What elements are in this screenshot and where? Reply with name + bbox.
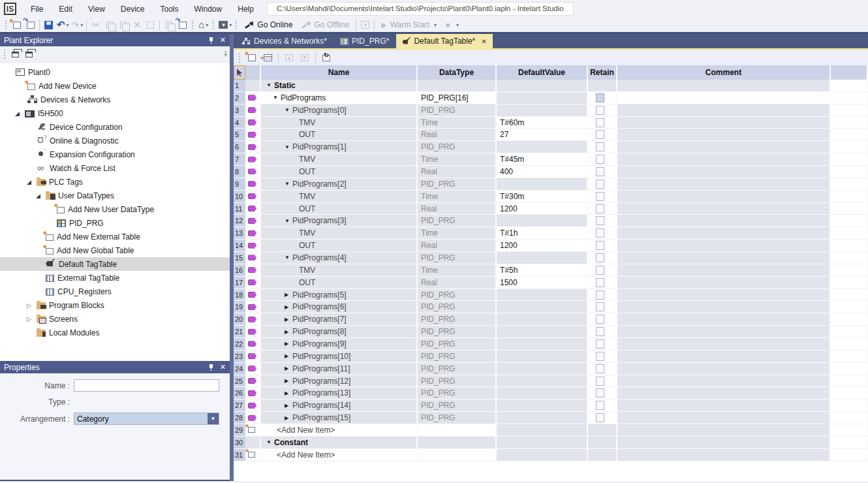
retain-checkbox[interactable] [596, 253, 604, 262]
name-cell[interactable]: ▶PidPrograms[5] [261, 289, 418, 302]
comment-cell[interactable] [617, 375, 831, 388]
datatype-cell[interactable]: PID_PRG [418, 363, 497, 375]
row-number[interactable]: 20 [234, 313, 245, 326]
expander-icon[interactable]: ▶ [285, 353, 292, 359]
expand-all-button[interactable] [22, 48, 36, 61]
expander-icon[interactable]: ▶ [285, 341, 292, 347]
row-number[interactable]: 11 [234, 203, 245, 215]
name-cell[interactable]: ▶PidPrograms[10] [261, 351, 418, 363]
retain-checkbox[interactable] [596, 339, 604, 349]
tree-item-add-new-external-table[interactable]: Add New External Table [0, 230, 230, 243]
comment-cell[interactable] [617, 227, 831, 240]
datatype-cell[interactable] [418, 449, 497, 461]
defaultvalue-cell[interactable]: T#30m [497, 191, 588, 203]
tree-item-add-new-global-table[interactable]: Add New Global Table [0, 243, 230, 257]
defaultvalue-cell[interactable] [497, 80, 588, 92]
name-cell[interactable]: OUT [261, 129, 418, 141]
datatype-cell[interactable]: Real [418, 203, 497, 215]
row-number[interactable]: 13 [234, 227, 245, 240]
retain-checkbox[interactable] [596, 377, 604, 386]
tree-item-add-new-user-datatype[interactable]: Add New User DataType [0, 202, 230, 216]
comment-cell[interactable] [617, 215, 831, 227]
datatype-cell[interactable]: PID_PRG [418, 141, 497, 153]
retain-checkbox[interactable] [596, 290, 604, 300]
expander-icon[interactable]: ▶ [285, 292, 292, 298]
datatype-cell[interactable]: PID_PRG[16] [418, 92, 497, 104]
row-number[interactable]: 21 [234, 326, 245, 338]
expander-icon[interactable]: ▷ [27, 302, 31, 309]
defaultvalue-cell[interactable] [497, 399, 588, 412]
retain-column-header[interactable]: Retain [588, 65, 617, 80]
defaultvalue-cell[interactable] [497, 437, 588, 449]
home-dropdown-icon[interactable]: ▾ [206, 22, 208, 28]
datatype-cell[interactable]: PID_PRG [418, 301, 497, 313]
menu-edit[interactable]: Edit [51, 2, 80, 16]
comment-cell[interactable] [617, 412, 831, 424]
expander-icon[interactable]: ▼ [285, 218, 292, 224]
datatype-cell[interactable]: Real [418, 277, 497, 289]
retain-checkbox[interactable] [596, 204, 604, 213]
menu-file[interactable]: File [23, 2, 51, 16]
comment-cell[interactable] [617, 363, 831, 375]
defaultvalue-cell[interactable] [497, 178, 588, 191]
datatype-cell[interactable] [418, 80, 497, 92]
comment-cell[interactable] [617, 191, 831, 203]
undo-dropdown-icon[interactable]: ▾ [67, 22, 69, 28]
expander-icon[interactable]: ▼ [266, 439, 274, 445]
row-number[interactable]: 12 [234, 215, 245, 227]
tree-item-default-tagtable[interactable]: Default TagTable [0, 257, 230, 271]
expander-icon[interactable]: ▷ [27, 316, 31, 322]
retain-checkbox[interactable] [596, 401, 604, 410]
datatype-cell[interactable]: PID_PRG [418, 412, 497, 424]
row-number[interactable]: 16 [234, 264, 245, 277]
comment-cell[interactable] [617, 387, 831, 399]
row-number[interactable]: 28 [234, 412, 245, 424]
pin-icon[interactable] [208, 37, 215, 44]
retain-checkbox[interactable] [596, 388, 604, 397]
name-cell[interactable]: OUT [261, 166, 418, 178]
datatype-cell[interactable]: Real [418, 240, 497, 252]
arrangement-select[interactable]: Category ▼ [74, 413, 219, 425]
name-cell[interactable]: ▶PidPrograms[13] [261, 387, 418, 399]
defaultvalue-cell[interactable]: 1200 [497, 203, 588, 215]
comment-column-header[interactable]: Comment [617, 65, 831, 80]
row-number[interactable]: 2 [234, 92, 245, 104]
defaultvalue-cell[interactable] [497, 92, 588, 104]
row-number[interactable]: 1 [234, 80, 245, 92]
name-cell[interactable]: ▼PidPrograms[4] [261, 252, 418, 264]
menu-help[interactable]: Help [230, 2, 262, 16]
expander-icon[interactable]: ▼ [273, 95, 281, 101]
compile-dropdown-icon[interactable]: ▾ [229, 22, 232, 28]
tree-item-device-configuration[interactable]: Device Configuration [0, 120, 230, 134]
chevron-down-icon[interactable]: ▼ [208, 413, 219, 424]
retain-checkbox[interactable] [596, 142, 604, 151]
name-cell[interactable]: ▼PidPrograms[0] [261, 104, 418, 117]
defaultvalue-cell[interactable] [497, 424, 588, 437]
tab-default-tagtable[interactable]: Default TagTable*✕ [396, 34, 492, 48]
row-number[interactable]: 17 [234, 277, 245, 289]
insert-row-button[interactable] [260, 52, 275, 65]
tree-item-plant0[interactable]: Plant0 [0, 65, 230, 79]
defaultvalue-cell[interactable]: 1200 [497, 240, 588, 252]
comment-cell[interactable] [617, 399, 831, 412]
row-number[interactable]: 10 [234, 191, 245, 203]
close-icon[interactable]: ✕ [220, 36, 226, 44]
datatype-cell[interactable]: PID_PRG [418, 215, 497, 227]
datatype-cell[interactable]: PID_PRG [418, 399, 497, 412]
row-number[interactable]: 9 [234, 178, 245, 191]
name-cell[interactable]: ▶PidPrograms[12] [261, 375, 418, 388]
retain-checkbox[interactable] [596, 302, 604, 311]
tree-item-i5h500[interactable]: ◢I5H500 [0, 106, 230, 120]
retain-checkbox[interactable] [596, 167, 604, 176]
comment-cell[interactable] [617, 80, 831, 92]
tree-item-expansion-configuration[interactable]: Expansion Configuration [0, 148, 230, 161]
retain-checkbox[interactable] [596, 315, 604, 324]
name-cell[interactable]: ▼PidPrograms[3] [261, 215, 418, 227]
tree-item-add-new-device[interactable]: Add New Device [0, 79, 230, 93]
row-number[interactable]: 4 [234, 117, 245, 129]
defaultvalue-cell[interactable] [497, 141, 588, 153]
name-field[interactable] [74, 379, 219, 392]
datatype-cell[interactable]: Real [418, 166, 497, 178]
expander-icon[interactable]: ▼ [285, 144, 292, 150]
defaultvalue-cell[interactable]: T#45m [497, 153, 588, 166]
